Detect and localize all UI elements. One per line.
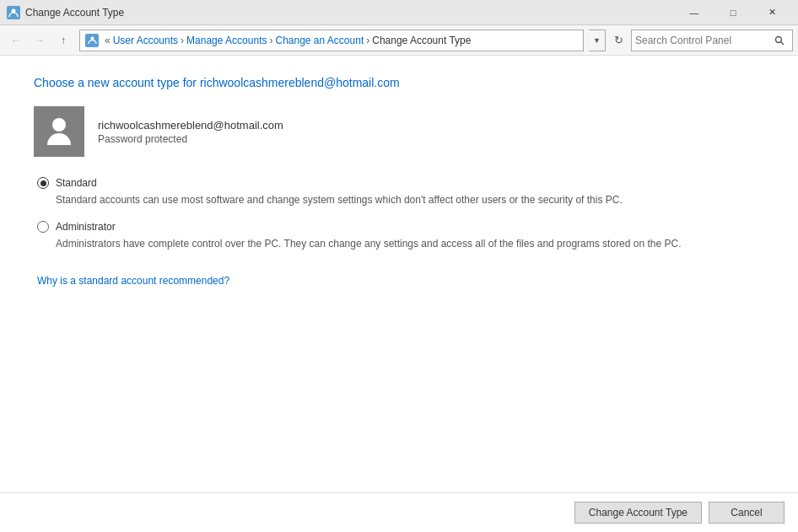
standard-description: Standard accounts can use most software … [56, 192, 764, 207]
change-account-type-button[interactable]: Change Account Type [574, 502, 702, 524]
breadcrumb-manage-accounts[interactable]: Manage Accounts [186, 35, 267, 46]
avatar-body [47, 133, 71, 145]
breadcrumb-separator-0: « [105, 35, 111, 46]
account-details: richwoolcashmereblend@hotmail.com Passwo… [98, 119, 283, 145]
breadcrumb-change-account[interactable]: Change an Account [275, 35, 364, 46]
standard-radio[interactable] [37, 177, 49, 189]
maximize-button[interactable]: □ [714, 0, 752, 25]
account-info: richwoolcashmereblend@hotmail.com Passwo… [34, 106, 764, 157]
search-input[interactable] [635, 35, 770, 46]
options-section: Standard Standard accounts can use most … [37, 177, 764, 287]
minimize-button[interactable]: — [675, 0, 714, 25]
svg-line-3 [781, 41, 785, 45]
standard-title: Standard [56, 177, 97, 189]
administrator-description: Administrators have complete control ove… [56, 236, 764, 251]
forward-button[interactable]: → [29, 30, 51, 51]
account-status: Password protected [98, 133, 283, 145]
refresh-button[interactable]: ↻ [607, 30, 629, 51]
administrator-option-label[interactable]: Administrator [37, 221, 764, 233]
nav-bar: ← → ↑ « User Accounts › Manage Accounts … [0, 25, 798, 56]
account-avatar [34, 106, 84, 157]
search-bar [631, 30, 793, 51]
administrator-option: Administrator Administrators have comple… [37, 221, 764, 251]
breadcrumb-user-accounts[interactable]: User Accounts [113, 35, 178, 46]
content-area: Choose a new account type for richwoolca… [0, 56, 798, 492]
breadcrumb-arrow-2: › [269, 35, 272, 46]
footer-bar: Change Account Type Cancel [0, 493, 798, 532]
breadcrumb-icon [85, 34, 99, 47]
breadcrumb-current: Change Account Type [372, 35, 471, 46]
avatar-head [52, 118, 66, 132]
window-controls: — □ ✕ [675, 0, 791, 25]
standard-option-label[interactable]: Standard [37, 177, 764, 189]
account-name: richwoolcashmereblend@hotmail.com [98, 119, 283, 132]
back-button[interactable]: ← [5, 30, 27, 51]
page-title: Choose a new account type for richwoolca… [34, 76, 764, 89]
title-bar: Change Account Type — □ ✕ [0, 0, 798, 25]
up-button[interactable]: ↑ [52, 30, 74, 51]
administrator-title: Administrator [56, 221, 116, 233]
breadcrumb-dropdown[interactable]: ▼ [589, 30, 606, 51]
breadcrumb-arrow-3: › [366, 35, 369, 46]
window-title: Change Account Type [25, 7, 675, 19]
svg-point-2 [776, 36, 782, 42]
administrator-radio[interactable] [37, 221, 49, 233]
breadcrumb-bar: « User Accounts › Manage Accounts › Chan… [79, 30, 584, 51]
search-button[interactable] [770, 30, 789, 51]
breadcrumb-arrow-1: › [181, 35, 184, 46]
close-button[interactable]: ✕ [752, 0, 791, 25]
standard-option: Standard Standard accounts can use most … [37, 177, 764, 207]
help-link[interactable]: Why is a standard account recommended? [37, 275, 229, 287]
avatar-icon [47, 118, 71, 145]
main-content: Choose a new account type for richwoolca… [0, 56, 798, 532]
window-icon [7, 6, 20, 19]
cancel-button[interactable]: Cancel [709, 502, 785, 524]
